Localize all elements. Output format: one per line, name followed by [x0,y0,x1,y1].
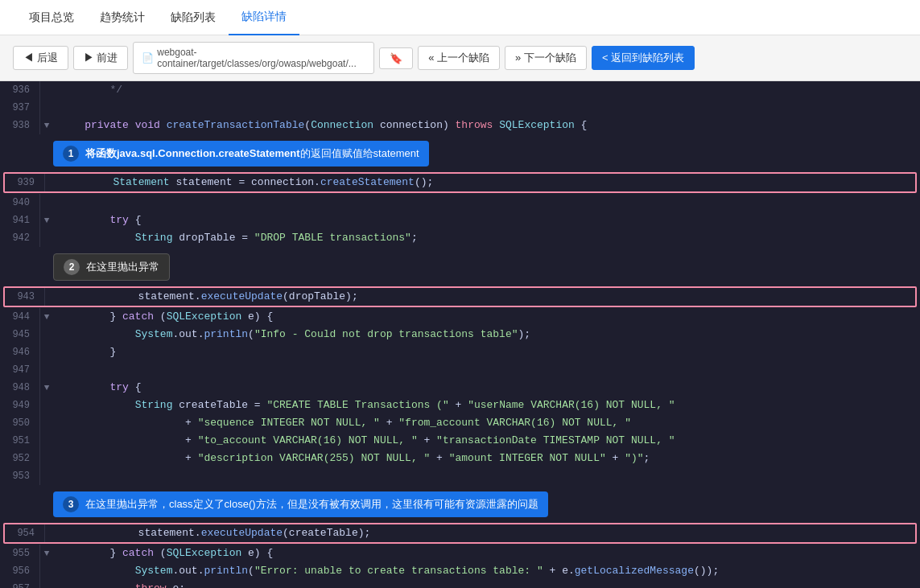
file-icon: 📄 [142,52,154,64]
line-content: try { [53,212,920,229]
line-marker [40,361,53,379]
annotation-1: 1 将函数java.sql.Connection.createStatement… [53,141,429,167]
line-marker [40,99,53,117]
line-marker [40,414,53,432]
line-number: 943 [5,288,45,306]
line-content: try { [53,379,920,397]
code-line-952: 952 + "description VARCHAR(255) NOT NULL… [0,450,920,467]
line-marker: ▼ [40,117,53,134]
line-number: 957 [0,580,40,588]
code-line-953: 953 [0,467,920,485]
line-marker: ▼ [40,308,53,326]
code-line-946: 946 } [0,343,920,361]
code-line-939: 939 Statement statement = connection.cre… [3,172,917,193]
line-content: } [53,343,920,361]
annotation-3-text: 在这里抛出异常，class定义了close()方法，但是没有被有效调用，这里很有… [85,497,538,512]
line-number: 953 [0,467,40,485]
code-line-936: 936 */ [0,81,920,99]
code-viewer: 936 */ 937 938 ▼ private void createTran… [0,81,920,588]
line-number: 938 [0,117,40,134]
annotation-3-num: 3 [63,496,79,512]
line-number: 952 [0,450,40,467]
code-line-944: 944 ▼ } catch (SQLException e) { [0,308,920,326]
line-content: Statement statement = connection.createS… [58,174,915,191]
line-number: 950 [0,414,40,432]
line-marker [45,174,58,191]
code-line-957: 957 throw e; [0,580,920,588]
annotation-3-container: 3 在这里抛出异常，class定义了close()方法，但是没有被有效调用，这里… [0,485,920,522]
line-marker [40,229,53,247]
line-content: private void createTransactionTable(Conn… [53,117,920,134]
code-line-937: 937 [0,99,920,117]
line-marker [40,81,53,99]
line-number: 936 [0,81,40,99]
line-number: 945 [0,326,40,343]
annotation-2-container: 2 在这里抛出异常 [0,247,920,286]
bookmark-button[interactable]: 🔖 [379,47,413,69]
code-line-942: 942 String dropTable = "DROP TABLE trans… [0,229,920,247]
line-marker [40,194,53,212]
line-marker [40,562,53,580]
line-marker: ▼ [40,212,53,229]
line-content: + "sequence INTEGER NOT NULL, " + "from_… [53,414,920,432]
line-number: 940 [0,194,40,212]
line-content: String dropTable = "DROP TABLE transacti… [53,229,920,247]
forward-button[interactable]: ▶ 前进 [73,46,129,70]
nav-item-defect-detail[interactable]: 缺陷详情 [229,0,299,35]
return-to-list-button[interactable]: < 返回到缺陷列表 [592,46,695,70]
line-number: 946 [0,343,40,361]
line-number: 939 [5,174,45,191]
code-line-956: 956 System.out.println("Error: unable to… [0,562,920,580]
line-content: System.out.println("Error: unable to cre… [53,562,920,580]
path-text: webgoat-container/target/classes/org/owa… [157,47,365,69]
line-marker [40,397,53,414]
code-line-947: 947 [0,361,920,379]
line-number: 947 [0,361,40,379]
line-marker [40,580,53,588]
annotation-2: 2 在这里抛出异常 [53,253,170,281]
annotation-2-text: 在这里抛出异常 [86,260,159,274]
line-content: statement.executeUpdate(dropTable); [58,288,915,306]
nav-item-trend[interactable]: 趋势统计 [87,1,158,35]
code-line-951: 951 + "to_account VARCHAR(16) NOT NULL, … [0,432,920,450]
line-number: 944 [0,308,40,326]
line-marker [40,343,53,361]
line-marker [45,524,58,542]
line-marker [40,450,53,467]
line-content: throw e; [53,580,920,588]
line-marker [40,432,53,450]
line-marker [40,326,53,343]
toolbar: ◀ 后退 ▶ 前进 📄 webgoat-container/target/cla… [0,35,920,81]
line-marker: ▼ [40,379,53,397]
line-number: 948 [0,379,40,397]
code-line-940: 940 [0,194,920,212]
prev-defect-button[interactable]: « 上一个缺陷 [418,46,500,70]
line-marker: ▼ [40,545,53,562]
line-content: String createTable = "CREATE TABLE Trans… [53,397,920,414]
back-button[interactable]: ◀ 后退 [13,46,68,70]
annotation-1-num: 1 [63,146,79,162]
top-navigation: 项目总览 趋势统计 缺陷列表 缺陷详情 [0,0,920,35]
line-content: } catch (SQLException e) { [53,545,920,562]
line-content [53,467,920,485]
line-content [53,194,920,212]
line-number: 937 [0,99,40,117]
line-content: + "to_account VARCHAR(16) NOT NULL, " + … [53,432,920,450]
nav-item-defect-list[interactable]: 缺陷列表 [158,1,229,35]
line-content [53,361,920,379]
line-content: System.out.println("Info - Could not dro… [53,326,920,343]
line-number: 954 [5,524,45,542]
code-line-955: 955 ▼ } catch (SQLException e) { [0,545,920,562]
nav-item-overview[interactable]: 项目总览 [16,1,87,35]
code-line-954: 954 statement.executeUpdate(createTable)… [3,523,917,544]
code-line-943: 943 statement.executeUpdate(dropTable); [3,286,917,307]
line-number: 942 [0,229,40,247]
annotation-1-container: 1 将函数java.sql.Connection.createStatement… [0,134,920,171]
next-defect-button[interactable]: » 下一个缺陷 [505,46,587,70]
annotation-2-num: 2 [64,259,80,275]
line-number: 951 [0,432,40,450]
line-marker [40,467,53,485]
code-line-948: 948 ▼ try { [0,379,920,397]
code-line-949: 949 String createTable = "CREATE TABLE T… [0,397,920,414]
line-number: 955 [0,545,40,562]
